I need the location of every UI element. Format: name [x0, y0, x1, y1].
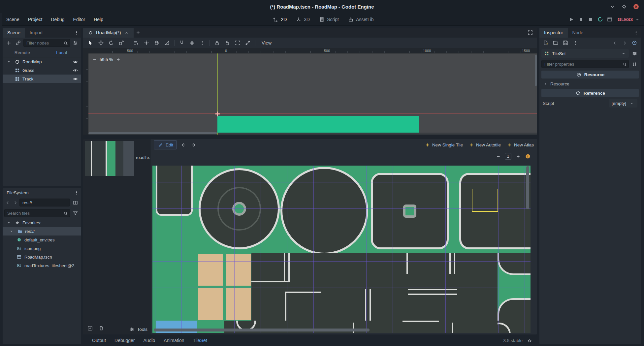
menu-help[interactable]: Help: [89, 17, 108, 22]
zoom-out-icon[interactable]: [495, 153, 501, 160]
split-view-icon[interactable]: [71, 198, 80, 207]
editor-script-button[interactable]: Script: [316, 15, 341, 24]
tilesheet-image[interactable]: [152, 166, 531, 333]
load-resource-icon[interactable]: [551, 39, 560, 47]
filter-menu-icon[interactable]: [71, 39, 80, 47]
folder-row-selected[interactable]: res://: [3, 227, 81, 236]
local-button[interactable]: Local: [42, 48, 81, 57]
menu-scene[interactable]: Scene: [2, 17, 24, 22]
tab-animation[interactable]: Animation: [159, 338, 188, 343]
close-tab-icon[interactable]: [123, 29, 130, 36]
pan-tool-icon[interactable]: [152, 39, 161, 47]
path-field[interactable]: [19, 199, 70, 206]
search-files-input[interactable]: [4, 209, 70, 217]
scene-tab-roadmap[interactable]: RoadMap(*): [83, 28, 134, 38]
list-select-icon[interactable]: [132, 39, 141, 47]
edit-mode-button[interactable]: Edit: [154, 140, 177, 149]
tab-scene[interactable]: Scene: [3, 28, 25, 38]
smart-snap-icon[interactable]: [177, 39, 186, 47]
resource-options-icon[interactable]: [571, 39, 580, 47]
tree-row[interactable]: Grass: [3, 66, 81, 75]
script-value-dropdown[interactable]: [empty]: [609, 99, 637, 108]
zoom-reset-button[interactable]: 1: [505, 153, 511, 160]
new-autotile-button[interactable]: New Autotile: [468, 142, 501, 148]
caret-down-icon[interactable]: [8, 228, 15, 235]
save-resource-icon[interactable]: [561, 39, 570, 47]
object-history-icon[interactable]: [630, 39, 639, 47]
sort-files-icon[interactable]: [71, 209, 80, 217]
file-row[interactable]: RoadMap.tscn: [3, 253, 81, 261]
next-tile-icon[interactable]: [189, 141, 198, 149]
canvas-h-scrollbar[interactable]: [88, 132, 217, 134]
filter-properties-input[interactable]: [541, 60, 629, 68]
visibility-eye-icon[interactable]: [72, 76, 79, 82]
file-row[interactable]: default_env.tres: [3, 236, 81, 244]
new-atlas-button[interactable]: New Atlas: [506, 142, 534, 148]
view-menu[interactable]: View: [258, 40, 275, 46]
rotate-tool-icon[interactable]: [107, 39, 115, 47]
visibility-eye-icon[interactable]: [72, 67, 79, 74]
lock-icon[interactable]: [213, 39, 221, 47]
zoom-out-icon[interactable]: [91, 56, 98, 63]
info-icon[interactable]: [525, 153, 531, 160]
zoom-level[interactable]: 59.5 %: [100, 57, 113, 62]
remove-texture-icon[interactable]: [97, 324, 106, 332]
object-tools-icon[interactable]: [630, 49, 639, 58]
tileset-texture-thumbnail[interactable]: [85, 141, 134, 176]
instance-scene-button[interactable]: [14, 39, 22, 47]
menu-editor[interactable]: Editor: [69, 17, 90, 22]
editor-2d-button[interactable]: 2D: [270, 15, 289, 24]
tileset-h-scrollbar[interactable]: [154, 329, 370, 331]
editor-3d-button[interactable]: 3D: [293, 15, 312, 24]
history-forward-icon[interactable]: [620, 39, 629, 47]
tab-debugger[interactable]: Debugger: [110, 338, 139, 343]
group-resource[interactable]: Resource: [539, 80, 641, 88]
expand-bottom-panel-icon[interactable]: [525, 336, 534, 345]
pivot-tool-icon[interactable]: [142, 39, 151, 47]
close-window-icon[interactable]: [633, 3, 639, 10]
zoom-in-icon[interactable]: [115, 56, 121, 63]
tab-tileset[interactable]: TileSet: [189, 338, 211, 343]
tree-row[interactable]: RoadMap: [3, 57, 81, 66]
zoom-in-icon[interactable]: [515, 153, 521, 160]
tileset-v-scrollbar[interactable]: [526, 166, 529, 209]
group-icon[interactable]: [233, 39, 242, 47]
selected-tile-highlight[interactable]: [472, 189, 498, 212]
ruler-tool-icon[interactable]: [163, 39, 171, 47]
move-tool-icon[interactable]: [97, 39, 105, 47]
tab-inspector[interactable]: Inspector: [539, 28, 568, 38]
prev-tile-icon[interactable]: [179, 141, 187, 149]
skeleton-icon[interactable]: [243, 39, 252, 47]
menu-debug[interactable]: Debug: [47, 17, 69, 22]
property-sort-icon[interactable]: [630, 60, 639, 68]
new-scene-tab-button[interactable]: [134, 28, 142, 37]
file-row[interactable]: roadTextures_tilesheet@2.: [3, 261, 81, 270]
remote-button[interactable]: Remote: [3, 48, 42, 57]
new-single-tile-button[interactable]: New Single Tile: [424, 142, 463, 148]
renderer-select[interactable]: GLES3: [618, 16, 641, 23]
grid-snap-icon[interactable]: [188, 39, 196, 47]
canvas-viewport[interactable]: 500 0 500 1000 1500 59.5 %: [83, 48, 537, 135]
canvas-v-scrollbar[interactable]: [535, 55, 537, 86]
snap-options-icon[interactable]: [198, 39, 207, 47]
history-back-icon[interactable]: [610, 39, 619, 47]
maximize-icon[interactable]: [621, 3, 628, 10]
menu-project[interactable]: Project: [24, 17, 47, 22]
tools-button[interactable]: Tools: [129, 326, 147, 332]
caret-down-icon[interactable]: [5, 58, 12, 65]
forward-icon[interactable]: [12, 199, 18, 206]
visibility-eye-icon[interactable]: [72, 58, 79, 65]
tab-node[interactable]: Node: [568, 28, 588, 38]
object-selector[interactable]: TileSet: [541, 49, 629, 58]
tab-audio[interactable]: Audio: [139, 338, 160, 343]
tree-row-selected[interactable]: Track: [3, 75, 81, 83]
scale-tool-icon[interactable]: [117, 39, 126, 47]
stop-button[interactable]: [586, 15, 595, 24]
pause-button[interactable]: [577, 15, 585, 24]
back-icon[interactable]: [4, 199, 11, 206]
unlock-icon[interactable]: [223, 39, 232, 47]
play-scene-button[interactable]: [605, 15, 614, 24]
distraction-free-icon[interactable]: [526, 28, 534, 37]
play-button[interactable]: [567, 15, 576, 24]
dock-menu-icon[interactable]: [73, 189, 80, 196]
